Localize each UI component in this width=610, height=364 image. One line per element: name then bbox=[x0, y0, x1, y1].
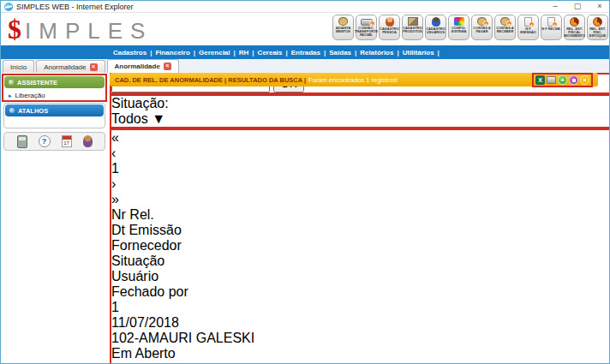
plus-badge-icon: + bbox=[506, 21, 512, 27]
column-header-fechado-por[interactable]: Fechado por bbox=[111, 284, 609, 300]
menu-item-financeiro[interactable]: Financeiro bbox=[152, 49, 192, 57]
column-header-nr-rel[interactable]: Nr Rel. bbox=[111, 207, 609, 223]
menu-item-rh[interactable]: RH bbox=[236, 49, 252, 57]
person-shortcut-icon[interactable] bbox=[83, 135, 93, 147]
minimize-button[interactable]: – bbox=[544, 1, 566, 12]
atalhos-title: ATALHOS bbox=[18, 107, 48, 115]
toolbar-button-label: ADIANTA MENTOS bbox=[333, 27, 353, 33]
sidebar-item-liberacao[interactable]: ▸ Liberação bbox=[3, 89, 105, 101]
pagination-last-button[interactable]: » bbox=[111, 192, 609, 207]
column-header-usuario[interactable]: Usuário bbox=[111, 269, 609, 284]
toolbar-button-conhec-transporte[interactable]: + CONHEC. TRANSPORTE RECEB. bbox=[356, 15, 377, 40]
toolbar-button-contas-a-receber[interactable]: + CONTAS A RECEBER bbox=[494, 15, 516, 40]
pagination-current-page: 1 bbox=[111, 161, 609, 176]
toolbar-button-nf-receb[interactable]: + N F RECEB. bbox=[541, 15, 562, 40]
situacao-select[interactable]: Todos ▼ bbox=[111, 111, 609, 127]
toolbar-button-label: CADASTRO PESSOA bbox=[380, 27, 399, 34]
toolbar-button-contas-a-pagar[interactable]: + CONTAS A PAGAR bbox=[471, 15, 493, 40]
column-header-situacao[interactable]: Situação bbox=[111, 254, 609, 269]
money-bag-plus-icon: + bbox=[500, 17, 510, 26]
window-controls: – ▢ × bbox=[544, 1, 610, 12]
toolbar-button-label: N F EMISSÃO bbox=[518, 27, 538, 34]
app-header: $ IMPLES ADIANTA MENTOS + CONHEC. TRANSP… bbox=[1, 13, 610, 45]
printer-icon[interactable] bbox=[547, 76, 556, 84]
menu-item-saidas[interactable]: Saídas bbox=[326, 49, 354, 57]
pagination-bar: « ‹ 1 › » bbox=[111, 130, 609, 207]
pagination-next-button[interactable]: › bbox=[111, 176, 609, 192]
toolbar-button-label: REL. EST. FISC. ESTOQUE bbox=[588, 27, 607, 38]
cell-situacao: Em Aberto bbox=[111, 346, 609, 361]
plus-badge-icon: + bbox=[369, 21, 375, 27]
annotation-highlight-assistente: ASSISTENTE ▸ Liberação bbox=[2, 74, 107, 102]
atalhos-box: ATALHOS bbox=[3, 103, 105, 128]
toolbar-button-rel-est-movimento[interactable]: REL. EST. FISCAL MOVIMENTO bbox=[564, 15, 585, 40]
toolbar-button-cadastro-pessoa[interactable]: CADASTRO PESSOA bbox=[379, 15, 400, 40]
situacao-selected-value: Todos bbox=[111, 111, 148, 126]
sidebar-item-label: Liberação bbox=[15, 92, 45, 99]
pagination-prev-button[interactable]: ‹ bbox=[111, 146, 609, 161]
simples-logo: $ IMPLES bbox=[8, 14, 152, 45]
atalhos-header[interactable]: ATALHOS bbox=[5, 104, 104, 116]
tab-anormalidade-2-active[interactable]: Anormalidade × bbox=[107, 59, 179, 73]
menu-item-cadastros[interactable]: Cadastros bbox=[111, 49, 149, 57]
assistente-header[interactable]: ASSISTENTE bbox=[4, 76, 105, 88]
tab-label: Início bbox=[10, 63, 27, 71]
toolbar-button-label: N F RECEB. bbox=[541, 27, 561, 31]
person-icon bbox=[386, 17, 394, 27]
page-plus-icon: + bbox=[524, 17, 532, 27]
title-bar: SIMPLES WEB - Internet Explorer – ▢ × bbox=[1, 1, 610, 13]
toolbar-button-label: REL. EST. FISCAL MOVIMENTO bbox=[564, 27, 585, 38]
close-panel-icon[interactable]: × bbox=[580, 75, 589, 85]
toolbar-button-config-sistema[interactable]: CONFIG. SISTEMA bbox=[448, 15, 469, 40]
menu-item-relatorios[interactable]: Relatórios bbox=[357, 49, 396, 57]
export-excel-icon[interactable]: X bbox=[535, 75, 545, 85]
user-icon bbox=[432, 17, 440, 27]
result-header-bar: CAD. DE REL. DE ANORMALIDADE | RESULTADO… bbox=[110, 73, 598, 87]
add-record-icon[interactable]: + bbox=[558, 75, 567, 85]
annotation-highlight-actions: X + × bbox=[532, 73, 593, 87]
toolbar-button-cadastro-usuarios[interactable]: CADASTRO USUÁRIOS bbox=[425, 15, 446, 40]
menu-item-utilitarios[interactable]: Utilitários bbox=[400, 49, 437, 57]
tab-anormalidade-1[interactable]: Anormalidade × bbox=[36, 60, 105, 73]
cell-nr-rel[interactable]: 1 bbox=[111, 300, 609, 315]
products-icon bbox=[408, 17, 418, 26]
plus-badge-icon: + bbox=[552, 21, 558, 27]
tab-close-icon[interactable]: × bbox=[164, 63, 171, 70]
column-header-dt-emissao[interactable]: Dt Emissão bbox=[111, 223, 609, 238]
result-header-title: CAD. DE REL. DE ANORMALIDADE | RESULTADO… bbox=[115, 76, 306, 84]
column-header-fornecedor[interactable]: Fornecedor bbox=[111, 238, 609, 254]
shortcuts-box: ? 17 bbox=[3, 132, 105, 151]
toolbar-button-adiantamentos[interactable]: ADIANTA MENTOS bbox=[332, 15, 354, 40]
toolbar-button-cadastro-produtos[interactable]: CADASTRO PRODUTOS bbox=[402, 15, 423, 40]
close-window-button[interactable]: × bbox=[589, 1, 610, 12]
document-tab-bar: Início Anormalidade × Anormalidade × bbox=[1, 59, 610, 73]
tab-close-icon[interactable]: × bbox=[90, 63, 98, 71]
toolbar-button-nf-emissao[interactable]: + N F EMISSÃO bbox=[517, 15, 539, 40]
table-header-row: Nr Rel. Dt Emissão Fornecedor Situação U… bbox=[111, 207, 609, 300]
annotation-highlight-situacao: Situação: Todos ▼ bbox=[110, 94, 610, 128]
menu-item-gerencial[interactable]: Gerencial bbox=[196, 49, 232, 57]
tab-inicio[interactable]: Início bbox=[3, 60, 34, 73]
main-content: CAD. DE REL. DE ANORMALIDADE | RESULTADO… bbox=[110, 73, 610, 342]
cell-fornecedor[interactable]: 102-AMAURI GALESKI bbox=[111, 331, 609, 346]
maximize-button[interactable]: ▢ bbox=[566, 1, 589, 12]
menu-item-cereais[interactable]: Cereais bbox=[255, 49, 285, 57]
calculator-icon[interactable] bbox=[17, 135, 27, 148]
toolbar-button-label: CONFIG. SISTEMA bbox=[449, 27, 469, 33]
calendar-icon[interactable]: 17 bbox=[62, 135, 72, 147]
help-icon[interactable]: ? bbox=[39, 135, 51, 147]
truck-icon: + bbox=[361, 19, 373, 26]
toolbar-button-rel-est-estoque[interactable]: REL. EST. FISC. ESTOQUE bbox=[587, 15, 608, 40]
bullet-icon bbox=[9, 108, 15, 113]
menu-item-entradas[interactable]: Entradas bbox=[289, 49, 323, 57]
dollar-logo-glyph: $ bbox=[8, 14, 21, 45]
table-row[interactable]: 1 11/07/2018 102-AMAURI GALESKI Em Abert… bbox=[111, 300, 609, 364]
window-title: SIMPLES WEB - Internet Explorer bbox=[16, 3, 134, 11]
bullet-icon bbox=[9, 80, 14, 85]
main-menu-bar: Cadastros | Financeiro | Gerencial | RH … bbox=[1, 45, 610, 59]
pagination-first-button[interactable]: « bbox=[111, 130, 609, 146]
cell-dt-emissao[interactable]: 11/07/2018 bbox=[111, 315, 609, 331]
toolbar-button-label: CONHEC. TRANSPORTE RECEB. bbox=[355, 27, 379, 37]
purple-action-icon[interactable] bbox=[569, 75, 578, 85]
toolbar-button-label: CADASTRO USUÁRIOS bbox=[426, 27, 446, 34]
